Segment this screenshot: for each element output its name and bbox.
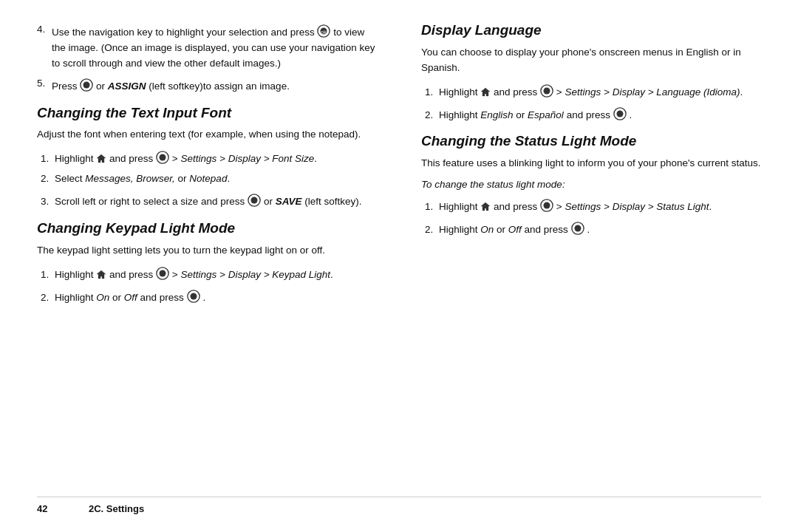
svg-point-17: [544, 87, 550, 94]
list-text-input-font: Highlight and press > Settings > Displa: [52, 149, 377, 210]
footer-section-label: 2C. Settings: [89, 503, 144, 514]
svg-text:ok: ok: [321, 29, 327, 35]
ok-icon-intro5: [80, 78, 93, 92]
ok-icon-1a: [156, 151, 169, 164]
svg-point-19: [616, 110, 623, 117]
list-item: Highlight On or Off and press .: [436, 219, 761, 238]
home-icon-2a: [96, 269, 106, 279]
status-light-note: To change the status light mode:: [421, 177, 761, 192]
intro-num-5: 5.: [37, 76, 49, 95]
section-title-status-light: Changing the Status Light Mode: [421, 133, 761, 150]
svg-point-7: [160, 154, 166, 161]
home-icon-4a: [480, 201, 491, 211]
section-title-display-language: Display Language: [421, 22, 761, 39]
ok-icon-intro4: ok: [317, 24, 330, 38]
svg-point-24: [574, 225, 581, 232]
ok-icon-2a: [156, 267, 169, 280]
svg-marker-5: [97, 154, 106, 163]
ok-icon-3b: [613, 107, 627, 120]
svg-marker-15: [481, 88, 490, 96]
home-icon-3a: [480, 86, 491, 96]
list-keypad-light: Highlight and press > Settings > Displa: [52, 265, 377, 306]
intro-item-5: 5. Press or ASSIGN (left softkey)to assi…: [37, 76, 377, 95]
svg-point-4: [83, 81, 90, 88]
list-item: Highlight English or Español and press .: [436, 105, 761, 123]
page: 4. Use the navigation key to highlight y…: [0, 0, 798, 532]
intro-text-5: Press or ASSIGN (left softkey)to assign …: [52, 76, 290, 95]
svg-point-12: [160, 270, 166, 276]
intro-text-4: Use the navigation key to highlight your…: [52, 22, 377, 72]
section-title-keypad-light: Changing Keypad Light Mode: [37, 220, 377, 237]
svg-point-22: [544, 202, 550, 209]
ok-icon-2b: [187, 290, 200, 303]
ok-icon-1c: [248, 194, 261, 207]
svg-point-14: [190, 293, 197, 299]
section-title-text-input-font: Changing the Text Input Font: [37, 105, 377, 122]
section-desc-keypad-light: The keypad light setting lets you to tur…: [37, 243, 377, 259]
section-desc-display-language: You can choose to display your phone's o…: [421, 45, 761, 76]
list-item: Scroll left or right to select a size an…: [52, 191, 377, 210]
ok-icon-4b: [571, 222, 584, 235]
left-column: 4. Use the navigation key to highlight y…: [37, 22, 384, 489]
right-column: Display Language You can choose to displ…: [414, 22, 761, 489]
ok-icon-4a: [540, 199, 553, 212]
main-content: 4. Use the navigation key to highlight y…: [37, 22, 761, 489]
list-item: Highlight On or Off and press .: [52, 287, 377, 306]
list-item: Highlight and press > Settings > Displa: [436, 197, 761, 215]
footer-page-number: 42: [37, 503, 59, 514]
intro-num-4: 4.: [37, 22, 49, 72]
svg-marker-10: [97, 270, 106, 279]
svg-point-9: [251, 197, 258, 204]
list-status-light: Highlight and press > Settings > Displa: [436, 197, 761, 238]
list-item: Highlight and press > Settings > Displa: [436, 82, 761, 100]
list-item: Highlight and press > Settings > Displa: [52, 149, 377, 167]
home-icon-1a: [96, 153, 106, 163]
section-desc-status-light: This feature uses a blinking light to in…: [421, 156, 761, 171]
list-display-language: Highlight and press > Settings > Displa: [436, 82, 761, 123]
footer: 42 2C. Settings: [37, 497, 761, 514]
svg-marker-20: [481, 202, 490, 211]
list-item: Highlight and press > Settings > Displa: [52, 265, 377, 283]
ok-icon-3a: [540, 84, 553, 98]
intro-item-4: 4. Use the navigation key to highlight y…: [37, 22, 377, 72]
section-desc-text-input-font: Adjust the font when entering text (for …: [37, 127, 377, 143]
list-item: Select Messages, Browser, or Notepad.: [52, 171, 377, 187]
